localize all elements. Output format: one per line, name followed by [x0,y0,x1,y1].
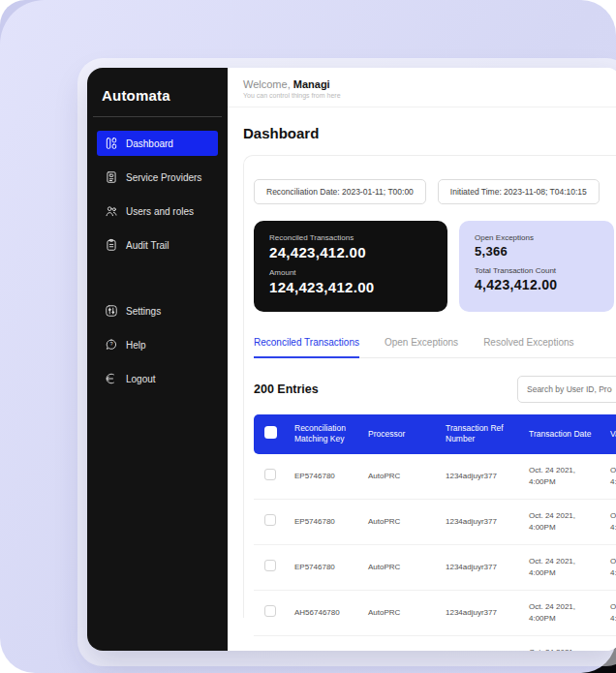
sidebar-item-dashboard[interactable]: Dashboard [97,131,218,156]
tab-bar: Reconciled Transactions Open Exceptions … [254,337,616,358]
transactions-table: Reconciliation Matching Key Processor Tr… [254,414,616,651]
stat-value: 124,423,412.00 [269,279,432,295]
settings-icon [105,304,118,318]
table-row[interactable]: EP5746780 AutoPRC 1234adjuyr377 Oct. 24 … [254,499,616,544]
sidebar-item-label: Audit Trail [126,240,169,251]
cell-ref-number: 1234adjuyr377 [438,544,521,590]
cell-transaction-date: Oct. 24 2021, 4:00PM [521,590,602,635]
cell-value-date: Oct. 24 2021, 4:00PM [602,454,616,500]
cell-matching-key: EP5746780 [287,544,360,590]
cell-processor: AutoPRC [360,499,438,544]
sidebar-item-audit-trail[interactable]: Audit Trail [97,232,218,258]
filter-chips: Reconciliation Date: 2023-01-11; T00:00 … [254,179,616,204]
cell-matching-key: EP5746780 [287,635,360,651]
sidebar-item-label: Settings [126,306,161,317]
sidebar: Automata Dashboard Service Providers [87,68,228,651]
column-header: Reconciliation Matching Key [287,414,360,454]
stat-label: Reconciled Transactions [269,233,432,242]
sidebar-item-settings[interactable]: Settings [97,298,218,323]
top-bar: Welcome, Managi You can control things f… [228,68,616,107]
logout-icon [105,372,118,385]
welcome-subtitle: You can control things from here [243,92,606,99]
sidebar-item-service-providers[interactable]: Service Providers [97,165,218,190]
cell-transaction-date: Oct. 24 2021, 4:00PM [521,454,602,500]
page-title: Dashboard [243,125,606,141]
cell-ref-number: 1234adjuyr377 [438,590,521,635]
row-checkbox[interactable] [264,560,276,571]
sidebar-item-label: Users and roles [126,206,194,217]
cell-processor: AutoPRC [360,635,438,651]
cell-processor: AutoPRC [360,544,438,590]
sidebar-item-label: Help [126,340,146,351]
users-icon [105,204,118,218]
service-providers-icon [105,170,118,184]
cell-value-date: Oct. 24 2021, 4:00PM [602,635,616,651]
row-checkbox[interactable] [264,469,276,480]
sidebar-footer: Settings ? Help Logout [97,298,218,391]
cell-ref-number: 1234adjuyr377 [438,454,521,500]
cell-transaction-date: Oct. 24 2021, 4:00PM [521,635,602,651]
tab-reconciled-transactions[interactable]: Reconciled Transactions [254,337,359,358]
open-exceptions-card: Open Exceptions 5,366 Total Transaction … [459,221,614,312]
cell-transaction-date: Oct. 24 2021, 4:00PM [521,499,602,544]
cell-value-date: Oct. 24 2021, 4:00PM [602,499,616,544]
column-header: Value Date [602,414,616,454]
table-row[interactable]: AH56746780 AutoPRC 1234adjuyr377 Oct. 24… [254,590,616,635]
initiated-time-chip[interactable]: Initiated Time: 2023-11-08; T04:10:15 [438,179,600,204]
stat-cards: Reconciled Transactions 24,423,412.00 Am… [254,221,616,312]
entries-count: 200 Entries [254,382,319,396]
sidebar-item-label: Dashboard [126,138,173,149]
cell-ref-number: 1234adjuyr377 [438,499,521,544]
svg-text:?: ? [109,341,112,347]
page-background: Automata Dashboard Service Providers [0,0,616,673]
app-window: Automata Dashboard Service Providers [87,68,616,651]
cell-value-date: Oct. 24 2021, 4:00PM [602,544,616,590]
dashboard-panel: Reconciliation Date: 2023-01-11; T00:00 … [243,155,616,618]
cell-processor: AutoPRC [360,454,438,500]
row-checkbox[interactable] [264,605,276,617]
stat-value: 4,423,412.00 [475,277,599,292]
welcome-prefix: Welcome, [243,78,291,90]
sidebar-item-logout[interactable]: Logout [97,366,218,391]
column-header: Processor [360,414,438,454]
app-logo: Automata [97,87,218,104]
stat-value: 24,423,412.00 [269,244,432,260]
window-halo: Automata Dashboard Service Providers [77,58,616,666]
cell-ref-number: 1234adjuyr377 [438,635,521,651]
sidebar-item-label: Logout [126,374,156,384]
sidebar-item-help[interactable]: ? Help [97,332,218,357]
cell-matching-key: AH56746780 [287,590,360,635]
row-checkbox[interactable] [264,514,276,526]
username: Managi [293,78,330,90]
stat-label: Amount [269,268,432,277]
entries-row: 200 Entries [254,376,616,403]
select-all-checkbox[interactable] [264,426,277,439]
dashboard-icon [105,137,118,150]
sidebar-item-users-and-roles[interactable]: Users and roles [97,199,218,224]
reconciliation-date-chip[interactable]: Reconciliation Date: 2023-01-11; T00:00 [254,179,426,204]
cell-matching-key: EP5746780 [287,499,360,544]
sidebar-item-label: Service Providers [126,172,201,183]
stat-label: Total Transaction Count [475,266,599,275]
cell-value-date: Oct. 24 2021, 4:00PM [602,590,616,635]
stat-label: Open Exceptions [475,233,599,242]
welcome-text: Welcome, Managi [243,78,606,90]
help-icon: ? [105,338,118,352]
stat-value: 5,366 [475,244,599,259]
search-input[interactable] [517,376,616,403]
reconciled-transactions-card: Reconciled Transactions 24,423,412.00 Am… [254,221,447,312]
table-row[interactable]: EP5746780 AutoPRC 1234adjuyr377 Oct. 24 … [254,454,616,500]
table-row[interactable]: EP5746780 AutoPRC 1234adjuyr377 Oct. 24 … [254,635,616,651]
table-row[interactable]: EP5746780 AutoPRC 1234adjuyr377 Oct. 24 … [254,544,616,590]
tab-resolved-exceptions[interactable]: Resolved Exceptions [483,337,573,357]
cell-processor: AutoPRC [360,590,438,635]
cell-transaction-date: Oct. 24 2021, 4:00PM [521,544,602,590]
audit-trail-icon [105,238,118,252]
column-header: Transaction Date [521,414,602,454]
sidebar-divider [93,116,222,117]
main-content: Welcome, Managi You can control things f… [228,68,616,651]
tab-open-exceptions[interactable]: Open Exceptions [385,337,458,357]
table-header-row: Reconciliation Matching Key Processor Tr… [254,414,616,454]
column-header: Transaction Ref Number [438,414,521,454]
cell-matching-key: EP5746780 [287,454,360,500]
